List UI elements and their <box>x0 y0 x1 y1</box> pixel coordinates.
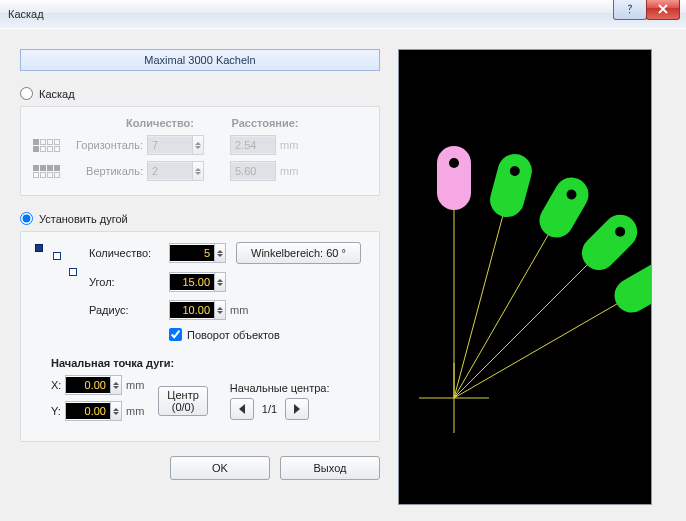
spinner-icon[interactable] <box>192 162 203 180</box>
spinner-icon[interactable] <box>214 301 225 319</box>
arc-pattern-icon <box>33 242 83 282</box>
cascade-horiz-label: Горизонталь: <box>69 139 147 151</box>
preview-canvas <box>398 49 652 505</box>
start-y-input[interactable] <box>65 401 122 421</box>
svg-line-9 <box>454 242 610 398</box>
arc-angle-label: Угол: <box>89 276 169 288</box>
close-icon <box>657 3 669 15</box>
mode-arc-label: Установить дугой <box>39 213 128 225</box>
unit-mm: mm <box>126 405 144 417</box>
titlebar: Каскад <box>0 0 686 29</box>
angle-range-button[interactable]: Winkelbereich: 60 ° <box>236 242 361 264</box>
unit-mm: mm <box>280 165 298 177</box>
svg-rect-13 <box>608 257 651 318</box>
cascade-horiz-qty[interactable] <box>147 135 204 155</box>
start-x-input[interactable] <box>65 375 122 395</box>
cascade-vert-qty[interactable] <box>147 161 204 181</box>
svg-rect-4 <box>486 150 535 221</box>
spinner-icon[interactable] <box>214 244 225 262</box>
origins-prev-button[interactable] <box>230 398 254 420</box>
unit-mm: mm <box>126 379 144 391</box>
arc-panel: Количество: Winkelbereich: 60 ° Угол: <box>20 231 380 442</box>
svg-rect-7 <box>533 171 594 243</box>
close-button[interactable] <box>646 0 680 20</box>
arc-qty-label: Количество: <box>89 247 169 259</box>
svg-line-3 <box>454 185 511 398</box>
arc-start-header: Начальная точка дуги: <box>51 357 367 369</box>
svg-line-6 <box>454 207 564 398</box>
cascade-horiz-dist[interactable] <box>230 135 276 155</box>
arc-angle-input[interactable] <box>169 272 226 292</box>
origins-next-button[interactable] <box>285 398 309 420</box>
start-x-label: X: <box>51 379 65 391</box>
cascade-vert-label: Вертикаль: <box>69 165 147 177</box>
exit-button[interactable]: Выход <box>280 456 380 480</box>
arc-radius-input[interactable] <box>169 300 226 320</box>
origins-index: 1/1 <box>262 403 277 415</box>
spinner-icon[interactable] <box>192 136 203 154</box>
unit-mm: mm <box>230 304 248 316</box>
center-origin-button[interactable]: Центр (0/0) <box>158 386 208 416</box>
mode-arc-radio[interactable]: Установить дугой <box>20 212 380 225</box>
origins-label: Начальные центра: <box>230 382 330 394</box>
start-y-label: Y: <box>51 405 65 417</box>
unit-mm: mm <box>280 139 298 151</box>
mode-cascade-radio[interactable]: Каскад <box>20 87 380 100</box>
mode-cascade-label: Каскад <box>39 88 75 100</box>
cascade-vert-dist[interactable] <box>230 161 276 181</box>
cascade-header-dist: Расстояние: <box>215 117 315 129</box>
spinner-icon[interactable] <box>110 376 121 394</box>
svg-rect-1 <box>437 146 471 210</box>
grid-horizontal-icon <box>33 139 63 152</box>
help-icon <box>624 3 636 15</box>
svg-line-12 <box>454 288 645 398</box>
arc-qty-input[interactable] <box>169 243 226 263</box>
cascade-header-qty: Количество: <box>105 117 215 129</box>
help-button[interactable] <box>613 0 647 20</box>
window-title: Каскад <box>0 8 44 20</box>
spinner-icon[interactable] <box>214 273 225 291</box>
banner-max-tiles: Maximal 3000 Kacheln <box>20 49 380 71</box>
svg-point-2 <box>449 158 459 168</box>
rotate-objects-checkbox[interactable]: Поворот объектов <box>169 328 280 341</box>
triangle-left-icon <box>238 404 246 414</box>
ok-button[interactable]: OK <box>170 456 270 480</box>
triangle-right-icon <box>293 404 301 414</box>
spinner-icon[interactable] <box>110 402 121 420</box>
arc-radius-label: Радиус: <box>89 304 169 316</box>
grid-vertical-icon <box>33 165 63 178</box>
cascade-panel: Количество: Расстояние: Горизонталь: <box>20 106 380 196</box>
